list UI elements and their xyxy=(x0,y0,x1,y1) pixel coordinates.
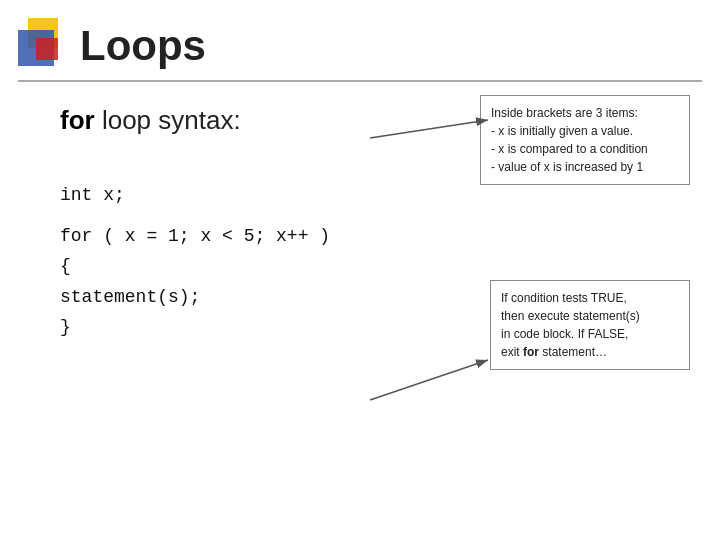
code-line-for: for ( x = 1; x < 5; x++ ) xyxy=(60,221,330,252)
decorative-squares xyxy=(18,18,70,70)
deco-red-square xyxy=(36,38,58,60)
for-loop-label: for loop syntax: xyxy=(60,105,241,136)
callout-condition-line1: If condition tests TRUE, xyxy=(501,289,679,307)
svg-line-1 xyxy=(370,360,488,400)
code-line-statement: statement(s); xyxy=(60,282,330,313)
callout-condition-line4: exit for statement… xyxy=(501,343,679,361)
page-title: Loops xyxy=(80,22,206,70)
callout-brackets-line4: - value of x is increased by 1 xyxy=(491,158,679,176)
callout-condition-line2: then execute statement(s) xyxy=(501,307,679,325)
loop-syntax-text: loop syntax: xyxy=(102,105,241,135)
code-line-int: int x; xyxy=(60,180,330,211)
callout-brackets-line1: Inside brackets are 3 items: xyxy=(491,104,679,122)
code-line-open-brace: { xyxy=(60,251,330,282)
code-block: int x; for ( x = 1; x < 5; x++ ) { state… xyxy=(60,180,330,343)
callout-condition-box: If condition tests TRUE, then execute st… xyxy=(490,280,690,370)
callout-brackets-line3: - x is compared to a condition xyxy=(491,140,679,158)
for-keyword: for xyxy=(60,105,95,135)
callout-brackets-box: Inside brackets are 3 items: - x is init… xyxy=(480,95,690,185)
for-keyword-inline: for xyxy=(523,345,539,359)
code-line-close-brace: } xyxy=(60,312,330,343)
callout-condition-line3: in code block. If FALSE, xyxy=(501,325,679,343)
svg-line-0 xyxy=(370,120,488,138)
callout-brackets-line2: - x is initially given a value. xyxy=(491,122,679,140)
title-divider xyxy=(18,80,702,82)
